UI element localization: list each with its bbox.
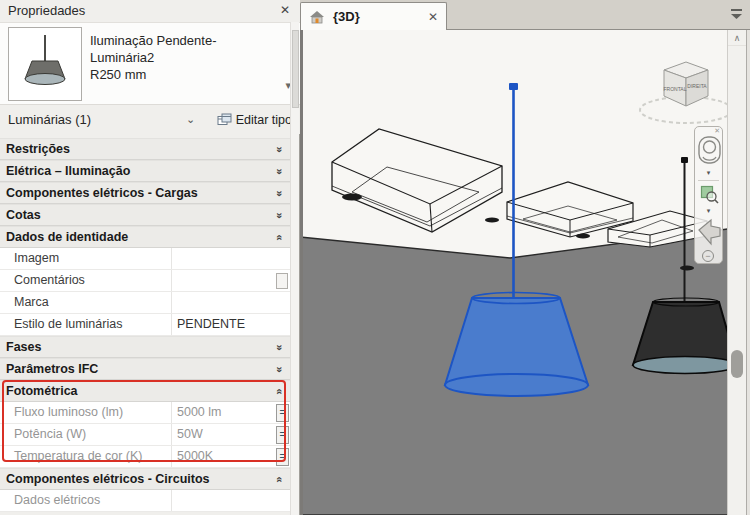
parameter-grid: Restrições»Elétrica – Iluminação»Compone… <box>0 138 290 512</box>
double-chevron-down-icon[interactable]: » <box>274 362 286 376</box>
section-header-componentes-el-tricos-cargas[interactable]: Componentes elétricos - Cargas» <box>0 182 290 204</box>
double-chevron-down-icon[interactable]: » <box>274 208 286 222</box>
section-header-par-metros-ifc[interactable]: Parâmetros IFC» <box>0 358 290 380</box>
navigation-bar: ✕ ▾ ▾ − <box>694 126 723 264</box>
downlight-4[interactable] <box>680 266 694 271</box>
close-icon[interactable]: ✕ <box>280 3 290 17</box>
downlight-3[interactable] <box>576 234 590 239</box>
tab-label: {3D} <box>333 9 360 24</box>
downlight-2[interactable] <box>485 218 499 223</box>
double-chevron-down-icon[interactable]: » <box>274 164 286 178</box>
section-title: Fases <box>6 340 273 354</box>
param-label: Temperatura de cor (K) <box>0 446 172 467</box>
section-header-fotom-trica[interactable]: Fotométrica« <box>0 380 290 402</box>
viewport-left-edge <box>300 30 303 515</box>
param-value-field[interactable]: 5000K <box>172 446 275 467</box>
param-value-field[interactable] <box>172 248 290 269</box>
double-chevron-up-icon[interactable]: « <box>274 230 286 244</box>
scene-drawing: FRONTAL DIREITA <box>300 30 750 515</box>
section-header-dados-de-identidade[interactable]: Dados de identidade« <box>0 226 290 248</box>
tab-3d-view[interactable]: {3D} ✕ <box>300 2 447 30</box>
param-label: Fluxo luminoso (lm) <box>0 402 172 423</box>
browse-button[interactable] <box>276 273 288 289</box>
associate-parameter-button[interactable]: = <box>276 426 289 444</box>
viewport-scrollbar[interactable]: ∧ <box>727 30 746 515</box>
double-chevron-up-icon[interactable]: « <box>274 384 286 398</box>
section-title: Cotas <box>6 208 273 222</box>
navbar-wheel-dropdown-icon[interactable]: ▾ <box>695 169 722 177</box>
associate-parameter-button[interactable]: = <box>276 448 289 466</box>
type-name-block: Iluminação Pendente- Luminária2 R250 mm <box>90 32 270 83</box>
edit-type-icon <box>217 113 232 126</box>
section-header-componentes-el-tricos-circuitos[interactable]: Componentes elétricos - Circuitos« <box>0 468 290 490</box>
param-value-field[interactable] <box>172 292 290 313</box>
param-value-field[interactable]: PENDENTE <box>172 314 290 335</box>
param-value-field[interactable]: 5000 lm <box>172 402 275 423</box>
double-chevron-down-icon[interactable]: » <box>274 186 286 200</box>
param-value-field[interactable] <box>172 490 290 511</box>
viewport-scrollbar-thumb[interactable] <box>731 350 743 378</box>
home-icon <box>309 10 325 24</box>
properties-scrollbar-thumb[interactable] <box>292 30 299 108</box>
param-label: Dados elétricos <box>0 490 172 511</box>
zoom-region-icon[interactable] <box>700 185 720 205</box>
double-chevron-up-icon[interactable]: « <box>274 472 286 486</box>
properties-panel-header: Propriedades ✕ <box>0 0 300 22</box>
param-row-marca: Marca <box>0 292 290 314</box>
tab-close-icon[interactable]: ✕ <box>428 10 438 24</box>
type-selector[interactable]: Iluminação Pendente- Luminária2 R250 mm … <box>0 22 300 104</box>
param-row-estilo-de-lumin-rias: Estilo de lumináriasPENDENTE <box>0 314 290 336</box>
navbar-close-icon[interactable]: ✕ <box>714 127 720 135</box>
section-title: Fotométrica <box>6 384 273 398</box>
revit-window: Propriedades ✕ Iluminação Pendente- Lumi… <box>0 0 750 515</box>
properties-panel: Propriedades ✕ Iluminação Pendente- Lumi… <box>0 0 300 515</box>
family-name-line1: Iluminação Pendente- <box>90 32 270 49</box>
section-header-el-trica-ilumina-o[interactable]: Elétrica – Iluminação» <box>0 160 290 182</box>
navbar-zoom-dropdown-icon[interactable]: ▾ <box>695 207 722 215</box>
param-label: Potência (W) <box>0 424 172 445</box>
param-row-temperatura-de-cor-k: Temperatura de cor (K)5000K= <box>0 446 290 468</box>
param-row-coment-rios: Comentários <box>0 270 290 292</box>
viewcube-front-label[interactable]: FRONTAL <box>664 86 687 92</box>
double-chevron-down-icon[interactable]: » <box>274 340 286 354</box>
tab-list-icon[interactable] <box>729 7 745 22</box>
filter-dropdown-icon[interactable]: ⌄ <box>186 113 204 126</box>
param-label: Imagem <box>0 248 172 269</box>
double-chevron-down-icon[interactable]: » <box>274 142 286 156</box>
type-size: R250 mm <box>90 66 270 83</box>
filter-row: Luminárias (1) ⌄ Editar tipo <box>0 104 300 134</box>
section-title: Parâmetros IFC <box>6 362 273 376</box>
param-row-fluxo-luminoso-lm: Fluxo luminoso (lm)5000 lm= <box>0 402 290 424</box>
param-value-field[interactable]: 50W <box>172 424 275 445</box>
edit-type-button[interactable]: Editar tipo <box>217 113 292 127</box>
section-header-cotas[interactable]: Cotas» <box>0 204 290 226</box>
section-header-restri-es[interactable]: Restrições» <box>0 138 290 160</box>
section-title: Elétrica – Iluminação <box>6 164 273 178</box>
section-title: Componentes elétricos - Cargas <box>6 186 273 200</box>
filter-label: Luminárias (1) <box>8 112 186 127</box>
navbar-separator <box>698 180 719 181</box>
associate-parameter-button[interactable]: = <box>276 404 289 422</box>
view-area: {3D} ✕ <box>300 0 750 515</box>
properties-scrollbar[interactable] <box>290 22 299 515</box>
section-title: Restrições <box>6 142 273 156</box>
section-title: Componentes elétricos - Circuitos <box>6 472 273 486</box>
param-label: Estilo de luminárias <box>0 314 172 335</box>
navbar-minimize-icon[interactable]: − <box>702 250 714 262</box>
steering-wheel-icon[interactable] <box>695 136 724 166</box>
type-preview-image <box>8 27 82 101</box>
3d-scene[interactable]: FRONTAL DIREITA <box>300 30 750 515</box>
viewcube-right-label[interactable]: DIREITA <box>687 83 707 89</box>
pan-arrow-icon[interactable] <box>696 217 723 247</box>
panel-title: Propriedades <box>8 3 85 18</box>
downlight-1[interactable] <box>342 194 362 201</box>
edit-type-label: Editar tipo <box>236 113 292 127</box>
section-header-fases[interactable]: Fases» <box>0 336 290 358</box>
family-name-line2: Luminária2 <box>90 49 270 66</box>
scroll-up-icon[interactable]: ∧ <box>728 30 746 46</box>
section-title: Dados de identidade <box>6 230 273 244</box>
param-label: Marca <box>0 292 172 313</box>
param-row-imagem: Imagem <box>0 248 290 270</box>
param-row-dados-el-tricos: Dados elétricos <box>0 490 290 512</box>
param-value-field[interactable] <box>172 270 274 291</box>
